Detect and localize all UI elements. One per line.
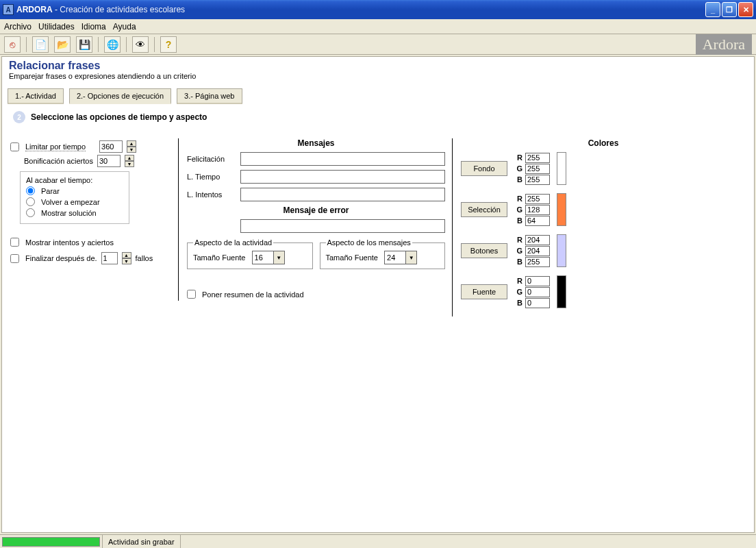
finish-after-spin-up[interactable]: ▲ — [122, 252, 131, 258]
fails-label: fallos — [136, 254, 153, 262]
aspect-messages-fieldset: Aspecto de los mensajes Tamaño Fuente ▼ — [320, 238, 446, 269]
finish-after-label: Finalizar después de. — [25, 254, 97, 262]
tab-strip: 1.- Actividad 2.- Opciones de ejecución … — [8, 88, 748, 104]
font-messages-input[interactable] — [385, 251, 405, 264]
show-attempts-checkbox[interactable] — [10, 238, 19, 247]
on-end-label: Al acabar el tiempo: — [26, 176, 123, 184]
error-input[interactable] — [240, 219, 445, 233]
status-text: Actividad sin grabar — [103, 535, 181, 548]
show-attempts-label: Mostrar intentos y aciertos — [25, 238, 114, 247]
color-1-r[interactable] — [525, 194, 550, 204]
menu-archivo[interactable]: Archivo — [4, 22, 32, 32]
messages-heading: Mensajes — [187, 138, 445, 148]
color-2-g[interactable] — [525, 246, 550, 256]
color-1-b[interactable] — [525, 216, 550, 226]
section-title: Seleccione las opciones de tiempo y aspe… — [31, 112, 207, 122]
radio-parar[interactable] — [26, 186, 35, 195]
toolbar-preview-icon[interactable]: 👁 — [132, 36, 149, 53]
color-swatch-2 — [557, 234, 566, 267]
radio-volver-label: Volver a empezar — [41, 198, 100, 206]
menu-ayuda[interactable]: Ayuda — [113, 22, 136, 32]
color-swatch-3 — [557, 275, 566, 308]
color-0-b[interactable] — [525, 175, 550, 185]
radio-solucion-label: Mostrar solución — [41, 209, 97, 217]
page-title: Relacionar frases — [9, 60, 747, 72]
toolbar: ⎋ 📄 📂 💾 🌐 👁 ? Ardora — [0, 34, 756, 55]
on-end-group: Al acabar el tiempo: Parar Volver a empe… — [20, 171, 129, 224]
app-name: ARDORA — [16, 5, 53, 14]
bonus-spin-up[interactable]: ▲ — [125, 155, 134, 161]
color-2-b[interactable] — [525, 257, 550, 267]
menu-utilidades[interactable]: Utilidades — [38, 22, 75, 32]
menu-idioma[interactable]: Idioma — [81, 22, 106, 32]
aspect-activity-fieldset: Aspecto de la actividad Tamaño Fuente ▼ — [187, 238, 313, 269]
color-swatch-1 — [557, 193, 566, 226]
colors-heading: Colores — [461, 138, 746, 148]
toolbar-open-icon[interactable]: 📂 — [54, 36, 71, 53]
page-description: Emparejar frases o expresiones atendiend… — [9, 72, 747, 80]
limit-time-spin-up[interactable]: ▲ — [127, 140, 136, 147]
error-heading: Mensaje de error — [187, 206, 445, 215]
font-messages-dropdown-icon[interactable]: ▼ — [405, 251, 416, 264]
summary-label: Poner resumen de la actividad — [202, 290, 304, 299]
close-button[interactable]: ✕ — [738, 2, 753, 17]
app-icon: A — [3, 4, 14, 15]
section-number-badge: 2 — [13, 111, 25, 123]
limit-time-input[interactable] — [99, 140, 123, 153]
toolbar-save-icon[interactable]: 💾 — [76, 36, 92, 53]
font-label-activity: Tamaño Fuente — [193, 253, 245, 262]
finish-after-input[interactable] — [101, 252, 118, 264]
menu-bar: Archivo Utilidades Idioma Ayuda — [0, 19, 756, 34]
radio-solucion[interactable] — [26, 208, 35, 217]
maximize-button[interactable]: ❐ — [722, 2, 737, 17]
felic-label: Felicitación — [187, 155, 235, 163]
finish-after-checkbox[interactable] — [10, 254, 19, 263]
felic-input[interactable] — [240, 152, 445, 166]
toolbar-new-icon[interactable]: 📄 — [32, 36, 49, 53]
limit-time-spin-down[interactable]: ▼ — [127, 147, 136, 153]
summary-checkbox[interactable] — [187, 290, 196, 299]
toolbar-globe-icon[interactable]: 🌐 — [104, 36, 121, 53]
bonus-input[interactable] — [97, 155, 121, 167]
radio-parar-label: Parar — [41, 187, 60, 195]
title-bar: A ARDORA - Creación de actividades escol… — [0, 0, 756, 19]
finish-after-spin-down[interactable]: ▼ — [122, 258, 131, 264]
color-0-g[interactable] — [525, 164, 550, 174]
font-activity-input[interactable] — [253, 251, 273, 264]
radio-volver[interactable] — [26, 197, 35, 206]
font-label-messages: Tamaño Fuente — [326, 253, 378, 262]
status-bar: Actividad sin grabar — [0, 534, 756, 548]
progress-bar — [2, 537, 100, 547]
tab-exec-options[interactable]: 2.- Opciones de ejecución — [69, 88, 171, 104]
font-activity-dropdown-icon[interactable]: ▼ — [273, 251, 284, 264]
tab-web-page[interactable]: 3.- Página web — [177, 88, 242, 104]
aspect-messages-legend: Aspecto de los mensajes — [326, 238, 412, 247]
content-area: Relacionar frases Emparejar frases o exp… — [1, 56, 755, 533]
color-0-r[interactable] — [525, 153, 550, 163]
color-btn-3[interactable]: Fuente — [461, 284, 507, 299]
color-1-g[interactable] — [525, 205, 550, 215]
bonus-spin-down[interactable]: ▼ — [125, 161, 134, 167]
ltiempo-input[interactable] — [240, 170, 445, 184]
limit-time-checkbox[interactable] — [10, 142, 19, 151]
toolbar-help-icon[interactable]: ? — [160, 36, 177, 53]
toolbar-exit-icon[interactable]: ⎋ — [4, 36, 21, 53]
lintentos-label: L. Intentos — [187, 190, 235, 199]
color-btn-1[interactable]: Selección — [461, 202, 507, 217]
window-subtitle: Creación de actividades escolares — [60, 5, 185, 14]
minimize-button[interactable]: _ — [705, 2, 720, 17]
bonus-label: Bonificación aciertos — [24, 157, 93, 165]
brand-label: Ardora — [696, 34, 752, 55]
aspect-activity-legend: Aspecto de la actividad — [193, 238, 273, 247]
tab-activity[interactable]: 1.- Actividad — [8, 88, 64, 104]
color-btn-2[interactable]: Botones — [461, 243, 507, 258]
limit-time-label: Limitar por tiempo — [25, 142, 86, 151]
ltiempo-label: L. Tiempo — [187, 173, 235, 181]
color-swatch-0 — [557, 152, 566, 185]
color-3-b[interactable] — [525, 298, 550, 308]
lintentos-input[interactable] — [240, 188, 445, 201]
color-3-g[interactable] — [525, 287, 550, 297]
color-3-r[interactable] — [525, 276, 550, 286]
color-2-r[interactable] — [525, 235, 550, 245]
color-btn-0[interactable]: Fondo — [461, 161, 507, 176]
